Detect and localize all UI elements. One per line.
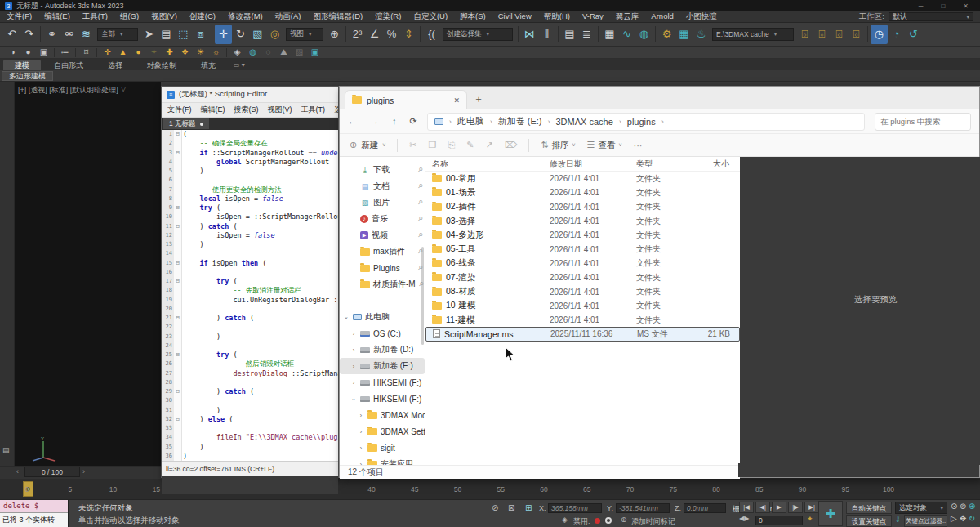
- rectangular-selection-region-icon[interactable]: ⬚: [175, 25, 192, 44]
- ribbon-tab-填充[interactable]: 填充: [189, 60, 227, 70]
- schematic-view-icon[interactable]: ∿: [618, 25, 635, 44]
- close-icon[interactable]: ✕: [963, 2, 969, 10]
- viewport[interactable]: [15, 82, 161, 466]
- add-time-tag-icon[interactable]: ⊕: [621, 516, 627, 524]
- editor-menu-item[interactable]: 选项(O): [334, 105, 338, 115]
- fold-marker[interactable]: ⊟: [174, 387, 182, 396]
- column-header-size[interactable]: 大小: [697, 159, 734, 170]
- table-row[interactable]: 06-线条2026/1/1 4:01文件夹: [425, 257, 740, 270]
- absolute-mode-icon[interactable]: ⊞: [525, 503, 532, 512]
- sort-button[interactable]: ⇅ 排序 ˅: [541, 140, 575, 151]
- editor-menu-item[interactable]: 工具(T): [301, 105, 326, 115]
- zoom-extents-icon[interactable]: ⊕: [969, 502, 975, 511]
- editor-titlebar[interactable]: ≡ (无标题) * Scripting Editor: [162, 87, 338, 103]
- view-button[interactable]: ☰ 查看 ˅: [587, 140, 622, 151]
- redo-icon[interactable]: ↷: [20, 25, 38, 44]
- fold-marker[interactable]: ⊟: [174, 222, 182, 231]
- breadcrumb-segment[interactable]: 3DMAX cache: [556, 117, 613, 127]
- list-icon[interactable]: ≔: [57, 47, 73, 58]
- back-icon[interactable]: ←: [348, 116, 357, 127]
- material-ball-2-icon[interactable]: ◍: [245, 47, 261, 58]
- listener-result[interactable]: 已将 3 个实体转: [0, 513, 68, 527]
- chevron-collapsed-icon[interactable]: ›: [350, 380, 357, 386]
- menu-item[interactable]: 视图(V): [151, 11, 177, 22]
- render-clock-1-icon[interactable]: ◷: [871, 25, 888, 44]
- render-production-icon[interactable]: ♨: [693, 25, 710, 44]
- time-slider-value[interactable]: 0 / 100: [24, 467, 80, 477]
- sidebar-item-视频[interactable]: ▶视频⚲: [340, 227, 425, 243]
- left-strip-icon[interactable]: ▤: [2, 446, 10, 454]
- ribbon-tab-建模[interactable]: 建模: [3, 60, 41, 70]
- sunlight-icon[interactable]: ☀: [193, 47, 208, 58]
- current-frame-field[interactable]: 0: [755, 516, 803, 525]
- sidebar-item-HIKSEMI (F:)[interactable]: ⌄HIKSEMI (F:): [340, 391, 425, 407]
- table-row[interactable]: 08-材质2026/1/1 4:01文件夹: [425, 284, 740, 298]
- maximize-icon[interactable]: □: [941, 2, 945, 10]
- fold-marker[interactable]: ⊟: [174, 259, 182, 268]
- light-free-icon[interactable]: ▲: [115, 47, 131, 58]
- fold-marker[interactable]: ⊟: [174, 149, 182, 158]
- z-coord-field[interactable]: 0.0mm: [684, 503, 726, 513]
- menu-item[interactable]: 编辑(E): [44, 11, 70, 22]
- viewport-filter-icon[interactable]: ▽: [121, 85, 126, 92]
- menu-item[interactable]: 组(G): [120, 11, 139, 22]
- x-coord-field[interactable]: 365.158mm: [548, 503, 602, 513]
- menu-item[interactable]: 翼云库: [616, 11, 639, 22]
- menu-item[interactable]: 帮助(H): [544, 11, 570, 22]
- sidebar-item-此电脑[interactable]: ⌄此电脑: [340, 309, 425, 325]
- menu-item[interactable]: 修改器(M): [228, 11, 263, 22]
- fold-marker[interactable]: ⊟: [174, 277, 182, 286]
- forward-icon[interactable]: →: [370, 116, 379, 127]
- unlink-selection-icon[interactable]: ⚮: [60, 25, 78, 44]
- chevron-collapsed-icon[interactable]: ›: [358, 445, 364, 451]
- cut-icon[interactable]: ✂: [409, 140, 416, 150]
- reference-coordinate-dropdown[interactable]: 视图▾: [286, 28, 323, 41]
- render-setup-icon[interactable]: ⚙: [658, 25, 675, 44]
- percent-snap-icon[interactable]: %: [383, 25, 400, 44]
- select-by-name-icon[interactable]: ▤: [158, 25, 175, 44]
- select-object-icon[interactable]: ➤: [140, 25, 158, 44]
- go-to-end-button[interactable]: ▶|: [804, 502, 819, 513]
- selection-lock-icon[interactable]: ⊠: [508, 503, 514, 512]
- align-icon[interactable]: ⫴: [538, 25, 555, 44]
- ribbon-tab-自由形式[interactable]: 自由形式: [42, 60, 95, 70]
- column-header-date[interactable]: 修改日期: [550, 159, 636, 170]
- more-options-icon[interactable]: ···: [634, 141, 643, 150]
- chevron-collapsed-icon[interactable]: ›: [358, 462, 364, 466]
- set-keys-big-button[interactable]: ✚: [818, 501, 843, 526]
- set-key-button[interactable]: 设置关键点: [846, 515, 892, 527]
- column-header-name[interactable]: 名称: [425, 159, 550, 170]
- angle-snap-icon[interactable]: ∠: [366, 25, 383, 44]
- scene-explorer-icon[interactable]: ▤: [561, 25, 578, 44]
- y-coord-field[interactable]: -381.541mm: [616, 503, 670, 513]
- teal-box-icon[interactable]: ▣: [307, 47, 323, 58]
- editor-document-tab[interactable]: 1 无标题: [163, 118, 209, 129]
- named-selection-dropdown[interactable]: 创建选择集▾: [443, 28, 513, 41]
- light-omni-icon[interactable]: ●: [131, 47, 146, 58]
- fold-marker[interactable]: ⊟: [174, 351, 182, 360]
- sidebar-scrollbar[interactable]: [421, 247, 424, 345]
- key-selection-dropdown[interactable]: 选定对象 ▾: [895, 502, 947, 514]
- field-of-view-icon[interactable]: ▷: [951, 514, 957, 523]
- listener-command[interactable]: delete $: [0, 500, 68, 513]
- selection-filter-dropdown[interactable]: 全部▾: [97, 28, 138, 41]
- render-clock-2-icon[interactable]: ◔: [888, 25, 905, 44]
- code-editor-area[interactable]: 1⊟(2 -- 确保全局变量存在3⊟ if ::ScriptManagerRol…: [162, 130, 338, 461]
- sidebar-item-HIKSEMI (F:)[interactable]: ›HIKSEMI (F:): [340, 374, 425, 391]
- menu-item[interactable]: V-Ray: [582, 11, 604, 22]
- next-frame-button[interactable]: |▶: [788, 502, 803, 513]
- material-editor-icon[interactable]: ◍: [635, 25, 653, 44]
- render-flyout-1-icon[interactable]: ⌻: [796, 25, 813, 44]
- rename-icon[interactable]: ✎: [466, 140, 474, 150]
- breadcrumb[interactable]: ›此电脑›新加卷 (E:)›3DMAX cache›plugins›: [427, 113, 865, 131]
- key-icon[interactable]: ⚷: [895, 515, 901, 523]
- mountain-icon[interactable]: ⛰: [276, 47, 292, 58]
- frame-step-icon[interactable]: ◀▶: [739, 515, 749, 522]
- sidebar-item-文档[interactable]: ▤文档⚲: [340, 178, 425, 194]
- track-left-arrow[interactable]: ‹: [16, 467, 19, 477]
- copy-icon[interactable]: ❐: [429, 140, 437, 150]
- editor-menu-item[interactable]: 搜索(S): [234, 105, 259, 115]
- menu-item[interactable]: 动画(A): [275, 11, 301, 22]
- play-button[interactable]: ▶: [772, 502, 786, 513]
- bind-to-space-warp-icon[interactable]: ≋: [78, 25, 95, 44]
